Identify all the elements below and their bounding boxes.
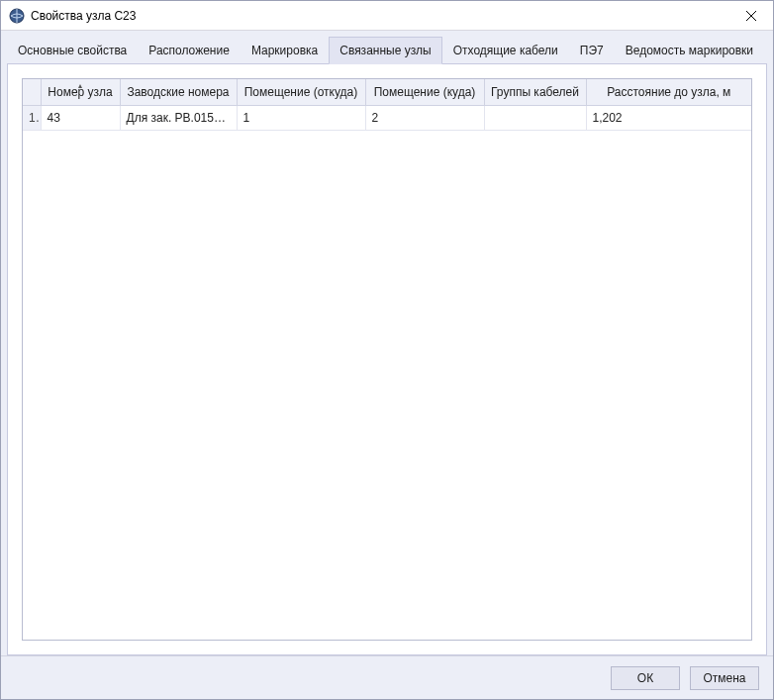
cell-room-to[interactable]: 2 <box>365 106 484 131</box>
cell-distance[interactable]: 1,202 <box>586 106 751 131</box>
tab-outgoing-cables[interactable]: Отходящие кабели <box>442 37 569 64</box>
col-header-room-to[interactable]: Помещение (куда) <box>365 79 484 106</box>
col-header-cable-groups[interactable]: Группы кабелей <box>484 79 586 106</box>
app-icon <box>9 8 25 24</box>
close-icon <box>746 11 756 21</box>
dialog-window: Свойства узла C23 Основные свойства Расп… <box>0 0 774 700</box>
tab-marking-list[interactable]: Ведомость маркировки <box>615 37 764 64</box>
col-header-factory-numbers[interactable]: Заводские номера <box>120 79 237 106</box>
close-button[interactable] <box>731 2 771 30</box>
tab-basic-properties[interactable]: Основные свойства <box>7 37 138 64</box>
dialog-button-bar: ОК Отмена <box>1 655 773 699</box>
table: ▴ Номер узла Заводские номера Помещение … <box>23 79 751 131</box>
cancel-button[interactable]: Отмена <box>690 666 759 690</box>
titlebar: Свойства узла C23 <box>1 1 773 31</box>
window-title: Свойства узла C23 <box>31 9 731 23</box>
cell-factory-numbers[interactable]: Для зак. РВ.0155.00 <box>120 106 237 131</box>
tab-marking[interactable]: Маркировка <box>241 37 329 64</box>
ok-button[interactable]: ОК <box>611 666 680 690</box>
table-header-row: ▴ Номер узла Заводские номера Помещение … <box>23 79 751 106</box>
table-row[interactable]: 1 43 Для зак. РВ.0155.00 1 2 1,202 <box>23 106 751 131</box>
data-grid[interactable]: ▴ Номер узла Заводские номера Помещение … <box>22 78 752 641</box>
cell-room-from[interactable]: 1 <box>237 106 365 131</box>
row-number-header[interactable] <box>23 79 41 106</box>
tab-location[interactable]: Расположение <box>138 37 241 64</box>
col-header-distance[interactable]: Расстояние до узла, м <box>586 79 751 106</box>
tab-pe7[interactable]: ПЭ7 <box>569 37 615 64</box>
tab-strip: Основные свойства Расположение Маркировк… <box>7 37 767 64</box>
tab-panel: ▴ Номер узла Заводские номера Помещение … <box>7 63 767 655</box>
sort-asc-icon: ▴ <box>78 81 82 90</box>
row-number-cell: 1 <box>23 106 41 131</box>
tab-linked-nodes[interactable]: Связанные узлы <box>329 37 441 64</box>
dialog-body: Основные свойства Расположение Маркировк… <box>1 31 773 655</box>
cell-node-number[interactable]: 43 <box>41 106 120 131</box>
col-header-node-number[interactable]: ▴ Номер узла <box>41 79 120 106</box>
cell-cable-groups[interactable] <box>484 106 586 131</box>
col-header-room-from[interactable]: Помещение (откуда) <box>237 79 365 106</box>
